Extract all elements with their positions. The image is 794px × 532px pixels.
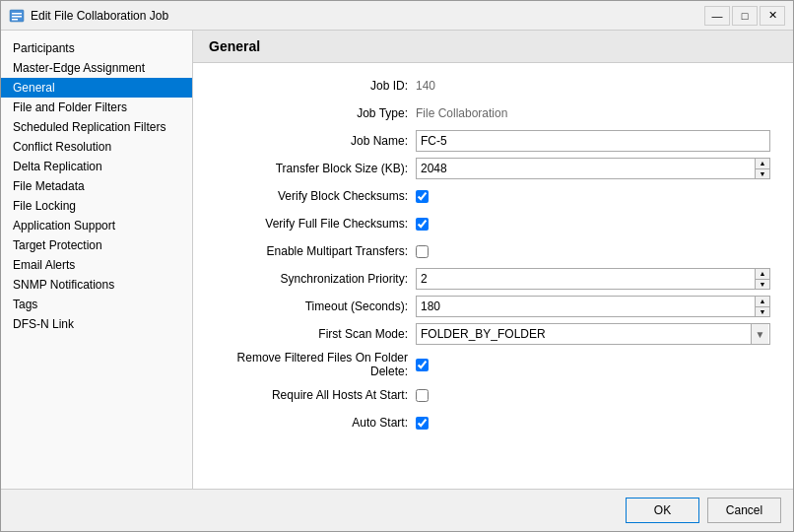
sync-priority-spinner: ▲ ▼ xyxy=(416,268,770,290)
sidebar-item-conflict-resolution[interactable]: Conflict Resolution xyxy=(1,137,192,157)
sidebar-item-general[interactable]: General xyxy=(1,78,192,98)
transfer-block-size-row: Transfer Block Size (KB): ▲ ▼ xyxy=(209,158,777,179)
sidebar-item-dfs-n-link[interactable]: DFS-N Link xyxy=(1,314,192,334)
job-type-label: Job Type: xyxy=(209,106,416,120)
sidebar-item-application-support[interactable]: Application Support xyxy=(1,216,192,235)
sidebar-item-email-alerts[interactable]: Email Alerts xyxy=(1,255,192,275)
close-button[interactable]: ✕ xyxy=(760,6,785,26)
svg-rect-2 xyxy=(12,16,22,18)
sidebar-item-tags[interactable]: Tags xyxy=(1,295,192,314)
section-header: General xyxy=(193,31,793,63)
verify-block-checksums-row: Verify Block Checksums: xyxy=(209,185,777,207)
sidebar-item-file-locking[interactable]: File Locking xyxy=(1,196,192,216)
verify-block-checksums-checkbox[interactable] xyxy=(416,190,429,203)
auto-start-wrap xyxy=(416,417,429,430)
job-id-value: 140 xyxy=(416,79,435,93)
title-bar: Edit File Collaboration Job — □ ✕ xyxy=(1,1,793,31)
timeout-input[interactable] xyxy=(416,296,755,317)
transfer-block-size-up[interactable]: ▲ xyxy=(756,159,769,168)
sidebar-item-file-metadata[interactable]: File Metadata xyxy=(1,176,192,196)
remove-filtered-label: Remove Filtered Files On Folder Delete: xyxy=(209,351,416,378)
job-name-label: Job Name: xyxy=(209,134,416,148)
sync-priority-row: Synchronization Priority: ▲ ▼ xyxy=(209,268,777,290)
first-scan-select-wrap: FOLDER_BY_FOLDER ALL_FOLDERS SINGLE_PASS… xyxy=(416,323,770,345)
job-name-input[interactable] xyxy=(416,130,770,152)
enable-multipart-wrap xyxy=(416,245,429,258)
maximize-button[interactable]: □ xyxy=(732,6,758,26)
sync-priority-input[interactable] xyxy=(416,268,755,290)
transfer-block-size-input[interactable] xyxy=(416,158,755,179)
timeout-up[interactable]: ▲ xyxy=(756,297,769,306)
enable-multipart-checkbox[interactable] xyxy=(416,245,429,258)
sidebar-item-delta-replication[interactable]: Delta Replication xyxy=(1,157,192,176)
auto-start-label: Auto Start: xyxy=(209,416,416,430)
main-window: Edit File Collaboration Job — □ ✕ Partic… xyxy=(0,0,794,532)
sidebar-item-file-folder-filters[interactable]: File and Folder Filters xyxy=(1,98,192,117)
job-type-value: File Collaboration xyxy=(416,106,507,120)
title-bar-left: Edit File Collaboration Job xyxy=(9,8,168,24)
timeout-label: Timeout (Seconds): xyxy=(209,299,416,313)
remove-filtered-wrap xyxy=(416,359,429,371)
timeout-spinner-btns: ▲ ▼ xyxy=(755,296,770,317)
sidebar-item-participants[interactable]: Participants xyxy=(1,38,192,58)
footer: OK Cancel xyxy=(1,489,793,531)
first-scan-label: First Scan Mode: xyxy=(209,327,416,341)
title-bar-controls: — □ ✕ xyxy=(704,6,785,26)
job-type-row: Job Type: File Collaboration xyxy=(209,102,777,124)
first-scan-select[interactable]: FOLDER_BY_FOLDER ALL_FOLDERS SINGLE_PASS xyxy=(416,323,770,345)
job-name-row: Job Name: xyxy=(209,130,777,152)
cancel-button[interactable]: Cancel xyxy=(707,498,781,523)
sidebar-item-master-edge-assignment[interactable]: Master-Edge Assignment xyxy=(1,58,192,78)
job-id-label: Job ID: xyxy=(209,79,416,93)
require-all-hosts-label: Require All Hosts At Start: xyxy=(209,388,416,402)
sync-priority-label: Synchronization Priority: xyxy=(209,272,416,286)
first-scan-row: First Scan Mode: FOLDER_BY_FOLDER ALL_FO… xyxy=(209,323,777,345)
timeout-down[interactable]: ▼ xyxy=(756,306,769,317)
sidebar-item-snmp-notifications[interactable]: SNMP Notifications xyxy=(1,275,192,295)
sync-priority-down[interactable]: ▼ xyxy=(756,279,769,290)
verify-full-checksums-checkbox[interactable] xyxy=(416,218,429,231)
require-all-hosts-checkbox[interactable] xyxy=(416,389,429,402)
transfer-block-size-spinner: ▲ ▼ xyxy=(416,158,770,179)
window-icon xyxy=(9,8,25,24)
transfer-block-size-label: Transfer Block Size (KB): xyxy=(209,162,416,175)
content-area: ParticipantsMaster-Edge AssignmentGenera… xyxy=(1,31,793,489)
verify-block-checksums-wrap xyxy=(416,190,429,203)
verify-block-checksums-label: Verify Block Checksums: xyxy=(209,189,416,203)
sync-priority-up[interactable]: ▲ xyxy=(756,269,769,279)
job-id-row: Job ID: 140 xyxy=(209,75,777,97)
minimize-button[interactable]: — xyxy=(704,6,730,26)
remove-filtered-row: Remove Filtered Files On Folder Delete: xyxy=(209,351,777,378)
window-title: Edit File Collaboration Job xyxy=(31,9,168,23)
verify-full-checksums-wrap xyxy=(416,218,429,231)
main-content: General Job ID: 140 Job Type: File Colla… xyxy=(193,31,793,489)
remove-filtered-checkbox[interactable] xyxy=(416,359,429,371)
sidebar-item-scheduled-replication-filters[interactable]: Scheduled Replication Filters xyxy=(1,117,192,137)
transfer-block-size-spinner-btns: ▲ ▼ xyxy=(755,158,770,179)
enable-multipart-row: Enable Multipart Transfers: xyxy=(209,240,777,262)
verify-full-checksums-label: Verify Full File Checksums: xyxy=(209,217,416,231)
ok-button[interactable]: OK xyxy=(626,498,699,523)
auto-start-row: Auto Start: xyxy=(209,412,777,433)
verify-full-checksums-row: Verify Full File Checksums: xyxy=(209,213,777,234)
require-all-hosts-wrap xyxy=(416,389,429,402)
timeout-spinner: ▲ ▼ xyxy=(416,296,770,317)
enable-multipart-label: Enable Multipart Transfers: xyxy=(209,244,416,258)
svg-rect-3 xyxy=(12,19,18,21)
sidebar-item-target-protection[interactable]: Target Protection xyxy=(1,235,192,255)
auto-start-checkbox[interactable] xyxy=(416,417,429,430)
timeout-row: Timeout (Seconds): ▲ ▼ xyxy=(209,296,777,317)
sync-priority-spinner-btns: ▲ ▼ xyxy=(755,268,770,290)
form-area: Job ID: 140 Job Type: File Collaboration… xyxy=(193,63,793,489)
transfer-block-size-down[interactable]: ▼ xyxy=(756,168,769,179)
svg-rect-1 xyxy=(12,13,22,15)
require-all-hosts-row: Require All Hosts At Start: xyxy=(209,384,777,406)
sidebar: ParticipantsMaster-Edge AssignmentGenera… xyxy=(1,31,193,489)
